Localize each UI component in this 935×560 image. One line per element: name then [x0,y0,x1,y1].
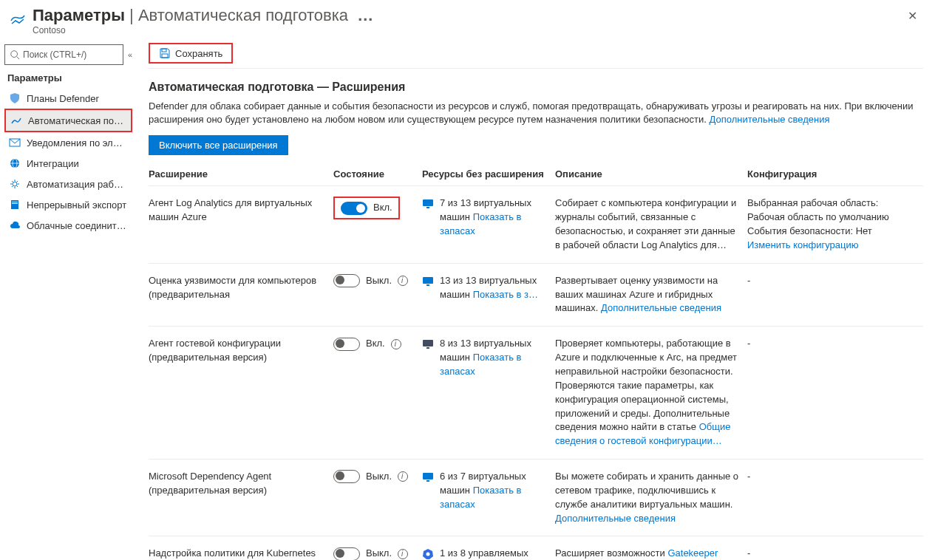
table-row: Оценка уязвимости для компьютеров (предв… [149,263,923,327]
state-toggle[interactable] [333,470,360,483]
main-content: Сохранять Автоматическая подготовка — Ра… [137,38,935,560]
section-title: Автоматическая подготовка — Расширения [149,81,923,94]
search-input[interactable]: Поиск (CTRL+/) [4,44,123,65]
page-title: Параметры | Автоматическая подготовка … [33,6,902,25]
state-label: Выкл. [366,470,392,484]
learn-more-link[interactable]: Дополнительные сведения [555,513,676,524]
cloud-icon [9,219,21,231]
table-row: Агент Log Analytics для виртуальных маши… [149,186,923,263]
col-resources: Ресурсы без расширения [422,163,555,186]
toolbar: Сохранять [149,38,923,69]
collapse-sidebar-button[interactable]: « [128,50,132,59]
gear-icon [9,178,21,190]
vm-icon [422,471,434,483]
kubernetes-icon [422,548,434,560]
sidebar-item-integrations[interactable]: Интеграции [4,153,132,174]
col-state: Состояние [333,163,422,186]
sidebar-item-auto-provisioning[interactable]: Автоматическая по… [4,109,132,132]
mail-icon [9,137,21,148]
table-row: Надстройка политики для Kubernetes Выкл.… [149,536,923,560]
info-icon[interactable] [398,549,408,559]
svg-point-0 [11,51,18,58]
state-toggle[interactable] [333,274,360,287]
page-header: Параметры | Автоматическая подготовка … … [0,0,935,38]
svg-rect-16 [423,340,433,346]
sidebar-item-workflow-automation[interactable]: Автоматизация рабо… [4,174,132,194]
config-text: - [747,327,923,460]
edit-config-link[interactable]: Изменить конфигурацию [747,239,858,250]
info-icon[interactable] [391,339,401,349]
col-extension: Расширение [149,163,333,186]
extension-description: Собирает с компьютера конфигурации и жур… [555,186,747,263]
col-description: Описание [555,163,747,186]
svg-rect-10 [162,49,166,52]
vm-icon [422,338,434,350]
extensions-table: Расширение Состояние Ресурсы без расшире… [149,163,923,560]
provision-icon [10,115,22,126]
svg-rect-19 [426,480,429,482]
sidebar-item-email-notifications[interactable]: Уведомления по эл… [4,132,132,153]
info-icon[interactable] [398,276,408,286]
extension-name: Надстройка политики для Kubernetes [149,536,333,560]
svg-rect-13 [426,207,429,208]
svg-rect-15 [426,284,429,286]
extension-name: Microsoft Dependency Agent (предваритель… [149,460,333,536]
config-text: - [747,263,923,327]
learn-more-link[interactable]: Дополнительные сведения [710,114,830,125]
svg-rect-14 [423,277,433,284]
close-button[interactable]: ✕ [902,6,923,26]
svg-rect-18 [423,473,433,479]
info-icon[interactable] [398,471,408,482]
config-text: - [747,460,923,536]
enable-all-button[interactable]: Включить все расширения [149,135,288,155]
save-button[interactable]: Сохранять [149,43,233,64]
save-icon [159,47,171,59]
table-row: Microsoft Dependency Agent (предваритель… [149,460,923,536]
gatekeeper-link[interactable]: Gatekeeper [667,547,718,559]
vm-icon [422,198,434,210]
state-label: Выкл. [366,274,392,288]
defender-icon [9,10,27,28]
state-toggle[interactable] [341,202,367,215]
sidebar-heading: Параметры [7,72,129,83]
section-description: Defender для облака собирает данные и со… [149,100,923,126]
org-name: Contoso [33,25,902,35]
svg-line-1 [17,57,20,60]
extension-name: Агент гостевой конфигурации (предварител… [149,327,333,460]
extension-name: Агент Log Analytics для виртуальных маши… [149,186,333,263]
svg-rect-11 [162,54,168,58]
svg-rect-7 [11,200,18,209]
state-toggle[interactable] [333,338,360,351]
learn-more-link[interactable]: Дополнительные сведения [601,302,721,313]
state-label: Выкл. [366,547,392,560]
table-row: Агент гостевой конфигурации (предварител… [149,327,923,460]
svg-point-21 [426,553,430,556]
svg-rect-9 [12,203,18,204]
vm-icon [422,276,434,287]
state-label: Вкл. [373,201,392,215]
globe-icon [9,157,21,169]
sidebar-item-continuous-export[interactable]: Непрерывный экспорт [4,194,132,215]
shield-icon [9,92,21,104]
config-text: Выбранная рабочая область: Рабочая облас… [747,197,889,236]
sidebar-item-defender-plans[interactable]: Планы Defender [4,88,132,109]
col-configuration: Конфигурация [747,163,923,186]
svg-rect-8 [12,202,18,202]
svg-rect-17 [426,347,429,349]
svg-rect-12 [423,199,433,206]
book-icon [9,199,21,211]
extension-name: Оценка уязвимости для компьютеров (предв… [149,263,333,327]
svg-point-6 [13,182,17,186]
config-text: - [747,536,923,560]
sidebar-item-cloud-connectors[interactable]: Облачные соединит… [4,215,132,236]
state-toggle[interactable] [333,547,360,560]
show-resources-link[interactable]: Показать в з… [473,289,538,300]
sidebar: Поиск (CTRL+/) « Параметры Планы Defende… [0,38,137,560]
more-icon[interactable]: … [357,6,373,24]
state-label: Вкл. [366,337,385,351]
